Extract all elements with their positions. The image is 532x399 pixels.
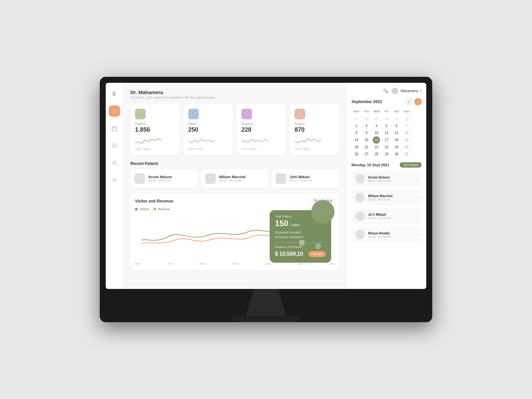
cal-day[interactable]: 1 <box>402 115 412 122</box>
cal-day[interactable]: 5 <box>381 122 391 129</box>
surgery-sparkline <box>241 136 268 146</box>
schedule-item-1[interactable]: Wiliam Marchol 08.30 - 09.10 am › <box>351 190 422 205</box>
cal-day[interactable]: 20 <box>351 144 361 151</box>
cal-day[interactable]: 27 <box>361 151 371 158</box>
cal-day[interactable]: 14 <box>351 136 361 144</box>
patient-name-2: Jefri Mikael <box>290 175 312 179</box>
cal-day[interactable] <box>412 122 422 129</box>
cal-day[interactable]: 27 <box>351 115 361 122</box>
sidebar-home[interactable]: ⌂ <box>109 105 120 117</box>
patient-card-2[interactable]: Jefri Mikael 09.10 - 10.20 am <box>272 169 339 188</box>
cal-day[interactable]: 10 <box>371 129 381 136</box>
cal-day[interactable]: 23 <box>381 144 391 151</box>
sidebar-user[interactable] <box>109 157 120 169</box>
cal-prev-button[interactable]: ‹ <box>405 98 412 105</box>
cal-day[interactable]: 30 <box>381 115 391 122</box>
calendar-days: 27 28 29 30 31 1 2 3 4 5 6 7 8 <box>351 115 422 158</box>
cal-day[interactable]: 7 <box>402 122 412 129</box>
patient-name-0: Arumi Nelson <box>148 175 172 179</box>
schedule-avatar-1 <box>355 193 365 202</box>
stat-patient: Patient 1.856 Last 7 days <box>130 104 180 155</box>
cal-day[interactable]: 11 <box>381 129 391 136</box>
cal-day[interactable]: 24 <box>392 144 402 151</box>
revenue-dot <box>154 208 156 210</box>
stat-report: Report 870 Last 7 days <box>290 104 339 155</box>
cal-day[interactable]: 29 <box>381 151 391 158</box>
user-badge: Mahamera ▾ <box>392 87 422 94</box>
page-header: Dr. Mahamera Hi Doctor, Let's check the … <box>130 89 339 99</box>
cal-day[interactable]: 3 <box>361 122 371 129</box>
tooltip-value: 150 <box>275 219 288 228</box>
chart-header: Visitor and Revenue This Week ▾ <box>135 198 334 204</box>
cal-day[interactable]: 15 <box>361 136 371 144</box>
cal-day[interactable]: 6 <box>392 122 402 129</box>
monitor-stand <box>246 289 286 316</box>
chart-label-mon2: Mon <box>265 262 271 265</box>
patient-time-1: 08.30 - 09.10 am <box>219 179 246 182</box>
stat-inject: Inject 250 Last 7 days <box>184 104 233 155</box>
sidebar-settings[interactable] <box>109 175 120 186</box>
sidebar-clock[interactable] <box>109 140 120 151</box>
menu-icon[interactable]: ☰ <box>109 88 120 99</box>
cal-day[interactable]: 22 <box>371 144 381 151</box>
cal-day[interactable] <box>412 129 422 136</box>
schedule-avatar-3 <box>355 230 365 239</box>
chart-label-tue: Tue <box>168 262 173 265</box>
legend-revenue: Revenue <box>154 207 170 211</box>
dropdown-icon[interactable]: ▾ <box>420 89 422 92</box>
cal-day[interactable]: 19 <box>402 136 412 144</box>
cal-next-button[interactable]: › <box>414 98 422 105</box>
cal-day[interactable]: 25 <box>402 144 412 151</box>
patient-card-1[interactable]: Wiliam Marchel 08.30 - 09.10 am <box>201 169 269 188</box>
visitors-label: Visitors <box>139 207 149 211</box>
schedule-item-2[interactable]: Jo'ri Mikael 09.10 - 10.20 am › <box>351 208 422 224</box>
cal-day[interactable] <box>412 136 422 144</box>
patient-value: 1.856 <box>135 126 175 133</box>
cal-day[interactable]: 8 <box>351 129 361 136</box>
cal-day[interactable]: 18 <box>392 136 402 144</box>
cal-day[interactable]: 9 <box>361 129 371 136</box>
inject-value: 250 <box>188 126 228 133</box>
monitor-base <box>233 316 299 322</box>
schedule-item-0[interactable]: Arumi Nolson 08.00 - 08.30 am › <box>351 171 422 187</box>
cal-day[interactable]: 12 <box>392 129 402 136</box>
patient-avatar-0 <box>134 173 145 184</box>
cal-day[interactable]: 17 <box>381 136 391 144</box>
chart-label-sun: Sun <box>329 262 334 265</box>
cal-day[interactable]: 26 <box>351 151 361 158</box>
chart-label-wed: Wed <box>199 262 205 265</box>
patient-avatar-2 <box>276 173 286 184</box>
schedule-item-3[interactable]: Nesya Amalia 10.20 - 11.30 am › <box>351 227 422 243</box>
cal-day[interactable]: 31 <box>402 151 412 158</box>
cal-day[interactable]: 29 <box>371 115 381 122</box>
calendar-header: September 2021 ‹ › <box>351 98 422 105</box>
cal-day[interactable]: 28 <box>361 115 371 122</box>
user-avatar <box>392 87 398 94</box>
revenue-week-label: Revenue This Week <box>275 245 326 249</box>
cal-day[interactable]: 4 <box>371 122 381 129</box>
cal-day[interactable] <box>412 151 422 158</box>
cal-day[interactable]: 2 <box>351 122 361 129</box>
tooltip-label: Total Patient <box>275 215 326 218</box>
search-icon[interactable]: 🔍 <box>383 88 388 93</box>
cal-day[interactable]: 30 <box>392 151 402 158</box>
cal-day-today[interactable]: 16 <box>373 136 380 144</box>
patient-card-0[interactable]: Arumi Nelson 08.00 - 08.30 am <box>130 169 198 188</box>
surgery-icon <box>241 109 252 119</box>
inject-icon <box>188 109 199 119</box>
cal-day[interactable] <box>412 144 422 151</box>
surgery-label: Surgery <box>241 122 281 126</box>
chevron-right-icon-1: › <box>416 195 418 200</box>
cal-day[interactable]: 21 <box>361 144 371 151</box>
report-label: Report <box>295 122 334 126</box>
cal-day[interactable]: 28 <box>371 151 381 158</box>
cal-day[interactable]: 13 <box>402 129 412 136</box>
patient-sparkline <box>135 136 162 146</box>
details-button[interactable]: Details <box>309 251 326 257</box>
cal-day[interactable]: 31 <box>392 115 402 122</box>
schedule-time-0: 08.00 - 08.30 am <box>368 179 391 183</box>
sidebar-calendar[interactable] <box>109 123 120 134</box>
sidebar: ☰ ⌂ <box>106 83 123 289</box>
cal-day[interactable] <box>412 115 422 122</box>
patient-time-2: 09.10 - 10.20 am <box>290 179 312 182</box>
